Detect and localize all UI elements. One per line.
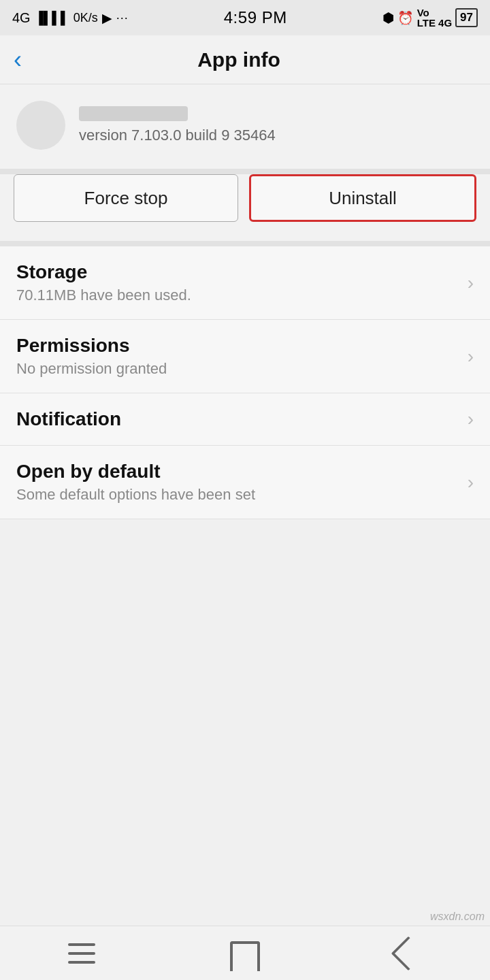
status-bar: 4G ▐▌▌▌ 0K/s ▶ ··· 4:59 PM ⬢ ⏰ VoLTE 4G … — [0, 0, 490, 35]
watermark: wsxdn.com — [430, 911, 485, 923]
menu-nav-button[interactable] — [54, 933, 109, 974]
menu-item-title-2: Notification — [16, 408, 121, 430]
force-stop-button[interactable]: Force stop — [14, 174, 238, 222]
app-details: version 7.103.0 build 9 35464 — [79, 106, 276, 144]
alarm-icon: ⏰ — [397, 10, 414, 26]
chevron-right-icon: › — [468, 272, 474, 294]
bluetooth-icon: ⬢ — [382, 10, 394, 26]
uninstall-button[interactable]: Uninstall — [249, 174, 476, 222]
status-left: 4G ▐▌▌▌ 0K/s ▶ ··· — [12, 10, 129, 26]
app-info-section: version 7.103.0 build 9 35464 — [0, 84, 490, 174]
chevron-right-icon: › — [468, 408, 474, 430]
menu-item-title-0: Storage — [16, 261, 191, 283]
menu-item-content-3: Open by default Some default options hav… — [16, 461, 255, 504]
status-time: 4:59 PM — [224, 8, 287, 27]
data-speed: 0K/s — [74, 11, 98, 25]
menu-item-subtitle-3: Some default options have been set — [16, 486, 255, 504]
menu-item[interactable]: Notification › — [0, 393, 490, 446]
page-title: App info — [29, 48, 449, 71]
back-nav-icon — [391, 936, 426, 970]
menu-nav-icon — [68, 943, 95, 964]
network-indicator: 4G — [12, 10, 31, 26]
app-icon — [16, 101, 65, 150]
menu-item-subtitle-1: No permission granted — [16, 360, 167, 378]
status-right: ⬢ ⏰ VoLTE 4G 97 — [382, 7, 478, 28]
chevron-right-icon: › — [468, 472, 474, 493]
navigation-bar: ‹ App info — [0, 35, 490, 84]
menu-item-subtitle-0: 70.11MB have been used. — [16, 287, 191, 304]
app-name-blurred — [79, 106, 188, 121]
menu-item-content-0: Storage 70.11MB have been used. — [16, 261, 191, 304]
menu-item-title-3: Open by default — [16, 461, 255, 483]
menu-item[interactable]: Open by default Some default options hav… — [0, 446, 490, 519]
home-nav-button[interactable] — [218, 933, 272, 974]
menu-item[interactable]: Storage 70.11MB have been used. › — [0, 246, 490, 320]
signal-icon: ▐▌▌▌ — [35, 11, 69, 25]
volte-indicator: VoLTE 4G — [417, 7, 452, 28]
chevron-right-icon: › — [468, 346, 474, 368]
battery-indicator: 97 — [455, 8, 478, 27]
back-nav-button[interactable] — [381, 933, 436, 974]
app-version: version 7.103.0 build 9 35464 — [79, 127, 276, 144]
menu-item-title-1: Permissions — [16, 335, 167, 357]
more-icon: ··· — [116, 11, 129, 25]
menu-item[interactable]: Permissions No permission granted › — [0, 320, 490, 393]
action-buttons-section: Force stop Uninstall — [0, 174, 490, 246]
menu-item-content-2: Notification — [16, 408, 121, 430]
back-button[interactable]: ‹ — [14, 48, 29, 72]
home-nav-icon — [230, 941, 260, 971]
screen-record-icon: ▶ — [102, 10, 112, 26]
menu-item-content-1: Permissions No permission granted — [16, 335, 167, 378]
menu-section: Storage 70.11MB have been used. › Permis… — [0, 246, 490, 519]
bottom-navigation — [0, 926, 490, 980]
